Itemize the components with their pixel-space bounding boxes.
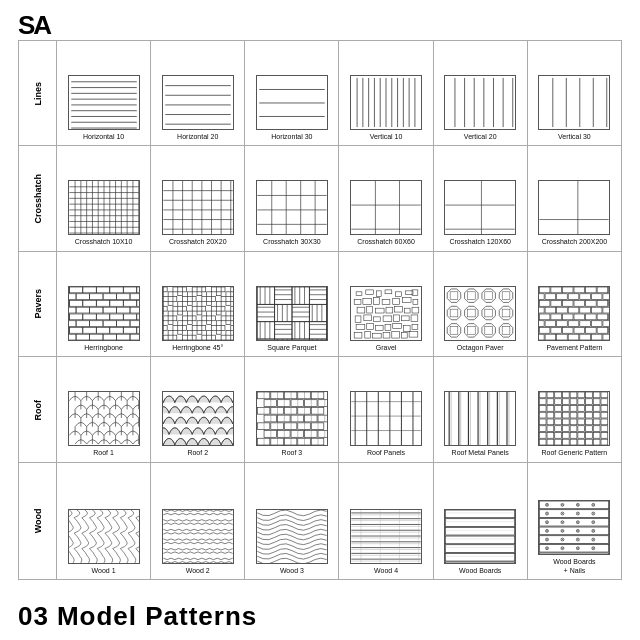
pattern-preview-h-lines	[256, 75, 328, 130]
pattern-preview-h-lines	[162, 75, 234, 130]
svg-rect-107	[540, 181, 609, 234]
pattern-label-herringbone45: Herringbone 45°	[153, 344, 242, 352]
pattern-preview-roof-generic	[538, 391, 610, 446]
pattern-label-wood2: Wood 2	[153, 567, 242, 575]
pattern-cell-wood2[interactable]: Wood 2	[151, 462, 245, 579]
svg-rect-1473	[351, 392, 420, 445]
pattern-label-h-lines: Horizontal 20	[153, 133, 242, 141]
pattern-label-v-lines: Vertical 30	[530, 133, 619, 141]
svg-rect-1574	[351, 510, 420, 563]
svg-rect-69	[163, 181, 232, 234]
pattern-cell-wood-boards[interactable]: Wood Boards	[433, 462, 527, 579]
pattern-cell-square-parquet[interactable]: Square Parquet	[245, 251, 339, 356]
pattern-label-roof-metal: Roof Metal Panels	[436, 449, 525, 457]
pattern-preview-v-lines	[538, 75, 610, 130]
pattern-preview-herringbone45	[162, 286, 234, 341]
pattern-label-roof-generic: Roof Generic Pattern	[530, 449, 619, 457]
pattern-label-crosshatch: Crosshatch 10X10	[59, 238, 148, 246]
pattern-cell-h-lines[interactable]: Horizontal 20	[151, 41, 245, 146]
svg-rect-16	[257, 76, 326, 129]
pattern-cell-roof-metal[interactable]: Roof Metal Panels	[433, 357, 527, 462]
pattern-label-wood4: Wood 4	[341, 567, 430, 575]
pattern-cell-crosshatch[interactable]: Crosshatch 10X10	[57, 146, 151, 251]
pattern-preview-octagon	[444, 286, 516, 341]
pattern-cell-v-lines[interactable]: Vertical 10	[339, 41, 433, 146]
pattern-cell-crosshatch[interactable]: Crosshatch 200X200	[527, 146, 621, 251]
pattern-cell-v-lines[interactable]: Vertical 30	[527, 41, 621, 146]
main-grid: LinesHorizontal 10Horizontal 20Horizonta…	[18, 40, 622, 580]
pattern-cell-roof-panels[interactable]: Roof Panels	[339, 357, 433, 462]
pattern-label-roof1: Roof 1	[59, 449, 148, 457]
pattern-cell-roof2[interactable]: Roof 2	[151, 357, 245, 462]
pattern-preview-crosshatch	[538, 180, 610, 235]
logo: SA	[18, 10, 50, 41]
pattern-label-herringbone: Herringbone	[59, 344, 148, 352]
pattern-label-v-lines: Vertical 20	[436, 133, 525, 141]
pattern-label-square-parquet: Square Parquet	[247, 344, 336, 352]
pattern-label-crosshatch-wide: Crosshatch 120X60	[436, 238, 525, 246]
pattern-preview-wood-boards	[444, 509, 516, 564]
svg-rect-353	[163, 287, 232, 340]
pattern-cell-roof3[interactable]: Roof 3	[245, 357, 339, 462]
pattern-preview-crosshatch	[68, 180, 140, 235]
pattern-cell-h-lines[interactable]: Horizontal 30	[245, 41, 339, 146]
pattern-cell-v-lines[interactable]: Vertical 20	[433, 41, 527, 146]
pattern-cell-herringbone[interactable]: Herringbone	[57, 251, 151, 356]
pattern-label-crosshatch: Crosshatch 30X30	[247, 238, 336, 246]
pattern-preview-wood-boards-nails	[538, 500, 610, 555]
pattern-preview-herringbone	[68, 286, 140, 341]
category-label-pavers: Pavers	[19, 251, 57, 356]
pattern-preview-pavement	[538, 286, 610, 341]
pattern-preview-gravel	[350, 286, 422, 341]
category-label-wood: Wood	[19, 462, 57, 579]
pattern-label-wood-boards: Wood Boards	[436, 567, 525, 575]
pattern-cell-pavement[interactable]: Pavement Pattern	[527, 251, 621, 356]
pattern-label-crosshatch: Crosshatch 200X200	[530, 238, 619, 246]
pattern-table: LinesHorizontal 10Horizontal 20Horizonta…	[18, 40, 622, 580]
pattern-cell-crosshatch-wide[interactable]: Crosshatch 120X60	[433, 146, 527, 251]
pattern-label-roof2: Roof 2	[153, 449, 242, 457]
pattern-preview-wood1	[68, 509, 140, 564]
pattern-cell-wood1[interactable]: Wood 1	[57, 462, 151, 579]
pattern-label-wood-boards-nails: Wood Boards + Nails	[530, 558, 619, 575]
pattern-preview-wood2	[162, 509, 234, 564]
pattern-cell-roof1[interactable]: Roof 1	[57, 357, 151, 462]
svg-rect-94	[351, 181, 420, 234]
pattern-cell-h-lines[interactable]: Horizontal 10	[57, 41, 151, 146]
pattern-label-wood3: Wood 3	[247, 567, 336, 575]
category-label-crosshatch: Crosshatch	[19, 146, 57, 251]
pattern-preview-crosshatch-wide	[444, 180, 516, 235]
pattern-preview-roof1	[68, 391, 140, 446]
svg-rect-112	[69, 287, 138, 340]
pattern-cell-gravel[interactable]: Gravel	[339, 251, 433, 356]
svg-rect-101	[446, 181, 515, 234]
pattern-preview-crosshatch	[350, 180, 422, 235]
footer-title: 03Model Patterns	[18, 601, 257, 632]
svg-rect-40	[540, 76, 609, 129]
pattern-cell-crosshatch[interactable]: Crosshatch 20X20	[151, 146, 245, 251]
pattern-label-v-lines: Vertical 10	[341, 133, 430, 141]
pattern-preview-wood3	[256, 509, 328, 564]
pattern-cell-herringbone45[interactable]: Herringbone 45°	[151, 251, 245, 356]
pattern-cell-wood3[interactable]: Wood 3	[245, 462, 339, 579]
pattern-label-crosshatch: Crosshatch 60X60	[341, 238, 430, 246]
pattern-label-pavement: Pavement Pattern	[530, 344, 619, 352]
category-label-roof: Roof	[19, 357, 57, 462]
pattern-preview-roof3	[256, 391, 328, 446]
pattern-preview-roof-panels	[350, 391, 422, 446]
pattern-cell-crosshatch[interactable]: Crosshatch 60X60	[339, 146, 433, 251]
pattern-label-octagon: Octagon Paver	[436, 344, 525, 352]
pattern-label-roof-panels: Roof Panels	[341, 449, 430, 457]
pattern-label-wood1: Wood 1	[59, 567, 148, 575]
svg-rect-84	[257, 181, 326, 234]
pattern-cell-roof-generic[interactable]: Roof Generic Pattern	[527, 357, 621, 462]
pattern-label-h-lines: Horizontal 30	[247, 133, 336, 141]
pattern-cell-crosshatch[interactable]: Crosshatch 30X30	[245, 146, 339, 251]
pattern-preview-square-parquet	[256, 286, 328, 341]
pattern-cell-octagon[interactable]: Octagon Paver	[433, 251, 527, 356]
pattern-cell-wood-boards-nails[interactable]: Wood Boards + Nails	[527, 462, 621, 579]
pattern-preview-h-lines	[68, 75, 140, 130]
pattern-cell-wood4[interactable]: Wood 4	[339, 462, 433, 579]
pattern-preview-roof2	[162, 391, 234, 446]
pattern-preview-crosshatch	[256, 180, 328, 235]
